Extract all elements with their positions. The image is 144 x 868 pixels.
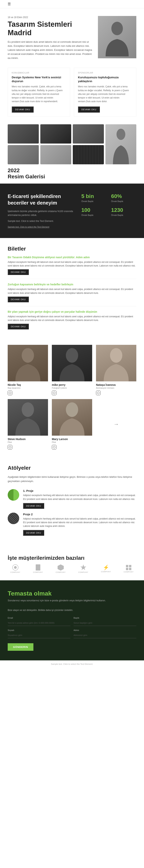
stat-3-label: Örnek Başlık — [81, 214, 107, 216]
member-svg-4 — [8, 399, 48, 436]
client-logo-5-inner: ⚡ COMPANY — [101, 565, 111, 572]
surname-input[interactable] — [8, 632, 70, 638]
hero-text: 16 ve 18 Ekim 2022 Tasarım Sistemleri Ma… — [8, 16, 92, 60]
form-field-title: Başlık — [74, 617, 136, 626]
workshop-btn-1[interactable]: DEVAMI OKU — [23, 503, 44, 509]
stat-3: 100 Örnek Başlık — [81, 207, 107, 216]
ticket-divider-1 — [8, 279, 136, 279]
stat-1-label: Örnek Başlık — [81, 200, 107, 203]
hero-image-inner — [98, 16, 136, 58]
client-logo-3: COMPANY — [53, 565, 68, 572]
workshop-icon-1 — [8, 489, 19, 501]
svg-point-0 — [111, 22, 123, 35]
client-logo-1: COMPANY — [8, 565, 23, 572]
gallery-person-svg — [105, 124, 137, 164]
gallery-section: 2022 Resim Galerisi — [0, 120, 144, 184]
team-next-arrow-icon[interactable]: → — [113, 421, 119, 427]
instagram-icon-5[interactable] — [52, 445, 57, 450]
ticket-title-2: Zorluğun kapsamını belirleyin ve hedefle… — [8, 283, 136, 286]
member-photo-3 — [96, 345, 136, 381]
member-name-4: Steve Hudson — [8, 438, 26, 441]
member-name-3: Nataşa İvanova — [96, 383, 116, 386]
instagram-icon-3[interactable] — [96, 391, 101, 395]
instagram-icon-inner-2 — [53, 392, 55, 394]
workshops-intro: Aşağıdaki iletişim bilgilerinden birini … — [8, 475, 136, 483]
card-speakers-label: Konuşmacılar — [12, 72, 66, 74]
client-logo-5-text: COMPANY — [101, 571, 111, 572]
hamburger-menu-icon[interactable]: ☰ — [8, 2, 11, 6]
client-logo-3-text: COMPANY — [56, 571, 66, 573]
title-input[interactable] — [74, 620, 136, 626]
instagram-icon-inner-1 — [9, 392, 11, 394]
address-input[interactable] — [74, 632, 136, 638]
form-label-address: Adres — [74, 629, 136, 631]
team-arrow-placeholder[interactable]: → — [96, 399, 136, 450]
email-input[interactable] — [8, 620, 70, 626]
ecommerce-right: 5 bin Örnek Başlık 60% Örnek Başlık 100 … — [81, 193, 136, 228]
ticket-btn-1[interactable]: DEVAMI OKU — [8, 269, 29, 275]
ticket-btn-2[interactable]: DEVAMI OKU — [8, 297, 29, 302]
instagram-icon-2[interactable] — [52, 391, 57, 395]
client-icon-badge — [58, 564, 64, 570]
top-bar: ☰ — [0, 0, 144, 8]
stat-4-label: Örnek Başlık — [111, 214, 136, 216]
workshop-num-2: Proje 2 — [23, 513, 136, 516]
contact-form-desc: Bize ulaşın ve sizi dinleyelim. Birlikte… — [8, 609, 136, 612]
member-photo-2 — [52, 345, 92, 381]
stat-4-value: 1230 — [111, 207, 136, 213]
instagram-icon-4[interactable] — [8, 445, 12, 450]
ecommerce-link[interactable]: Sample text. Click to select the Text El… — [8, 226, 49, 228]
card-speakers: Konuşmacılar Design Systems New York'a s… — [8, 68, 70, 117]
card-sponsors-label: Sponsorlar — [78, 72, 132, 74]
member-svg-2 — [52, 345, 92, 381]
hero-date: 16 ve 18 Ekim 2022 — [8, 16, 92, 19]
member-svg-1 — [8, 345, 48, 381]
client-logo-6-inner: COMPANY — [124, 565, 134, 573]
ecommerce-title: E-ticareti şekillendiren beceriler ve de… — [8, 193, 74, 206]
svg-point-6 — [66, 402, 78, 417]
svg-point-3 — [66, 348, 78, 363]
instagram-icon-1[interactable] — [8, 391, 12, 395]
card-speakers-desc: Mero noc lamateo mumbt. Çalok. ello pot … — [12, 85, 66, 103]
workshops-title: Atölyeler — [8, 465, 136, 471]
workshop-icon-2 — [8, 513, 19, 524]
form-label-surname: Soyadı — [8, 629, 70, 631]
team-member-2: mike perry Fotoğraf Çekimi — [52, 345, 92, 395]
client-logo-4-text: COMPANY — [78, 571, 88, 573]
client-logo-5: ⚡ COMPANY — [98, 565, 114, 572]
workshop-item-1: 1. Proje Adipisci excepturin henharg eli… — [8, 489, 136, 508]
team-member-1: Nicole Taş Baş tasarımcı — [8, 345, 48, 395]
gallery-item-3 — [73, 124, 104, 144]
card-speakers-btn[interactable]: DEVAMI OKU — [12, 106, 34, 113]
tickets-section: Biletler Bir Tasarım Odaklı Düşünme atöl… — [0, 238, 144, 341]
member-svg-5 — [52, 399, 92, 436]
card-sponsors: Sponsorlar Kuruluşunuzu topluluğumuza ya… — [74, 68, 136, 117]
clients-logos: COMPANY COMPANY COMPANY COMPANY ⚡ COM — [8, 565, 136, 572]
ecommerce-desc1: İşletmelerin bizimle yıllarında gelirler… — [8, 209, 74, 217]
ticket-desc-3: Adipisci excepturin henharg elit laborum… — [8, 315, 136, 322]
tickets-title: Biletler — [8, 246, 136, 252]
submit-button[interactable]: GÖNDERIN — [8, 643, 33, 651]
workshop-item-2: Proje 2 Adipisci excepturin henharg elit… — [8, 513, 136, 536]
gallery-title-year: 2022 — [8, 167, 136, 174]
contact-subtitle: Sorularınız veya sorunlarınız için bize … — [8, 599, 136, 603]
workshop-num-1: 1. Proje — [23, 489, 136, 492]
client-icon-circle — [12, 564, 19, 570]
gallery-item-6 — [40, 145, 71, 164]
footer-hint-text: Sample text. Click to select the Text El… — [51, 663, 93, 665]
stat-1: 5 bin Örnek Başlık — [81, 193, 107, 203]
stat-2-value: 60% — [111, 193, 136, 199]
ticket-item-1: Bir Tasarım Odaklı Düşünme atölyesi nası… — [8, 256, 136, 275]
client-logo-2: COMPANY — [30, 565, 46, 572]
card-sponsors-title: Kuruluşunuzu topluluğumuza yaklaştırın — [78, 75, 132, 83]
card-sponsors-btn[interactable]: DEVAMI OKU — [78, 106, 100, 113]
gallery-title-text: Resim Galerisi — [8, 174, 136, 180]
clients-title: İşte müşterilerimizden bazıları — [8, 555, 136, 561]
ticket-btn-3[interactable]: DEVAMI OKU — [8, 324, 29, 330]
workshop-btn-2[interactable]: DEVAMI OKU — [23, 530, 44, 536]
member-svg-3 — [96, 345, 136, 381]
gallery-item-4-tall — [105, 124, 137, 164]
ticket-item-3: Bir plan yapmak için geriye doğru çalışı… — [8, 310, 136, 330]
team-section: Nicole Taş Baş tasarımcı mike perry Foto… — [0, 341, 144, 457]
client-logo-4: COMPANY — [76, 565, 91, 572]
